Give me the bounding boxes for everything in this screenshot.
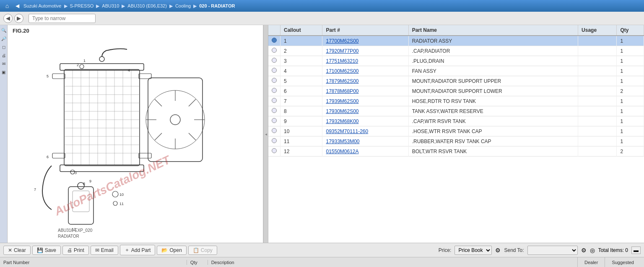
price-select[interactable]: Price Book [454, 246, 492, 255]
svg-point-34 [170, 115, 180, 125]
prev-arrow[interactable]: ◀ [3, 14, 13, 23]
col-callout: Callout [280, 25, 322, 36]
row-select-indicator[interactable] [272, 138, 277, 143]
breadcrumb-abu310-e06[interactable]: ABU310 (E06,E32) [127, 3, 167, 8]
cell-usage [578, 66, 617, 76]
row-select-indicator[interactable] [272, 78, 277, 83]
cell-callout: 4 [280, 66, 322, 76]
gear-settings-icon[interactable]: ⚙ [495, 247, 501, 254]
cell-part-number: 17700M62S00 [322, 36, 408, 46]
svg-text:4: 4 [128, 68, 130, 72]
table-row[interactable]: 717939M62S00HOSE,RDTR TO RSV TANK1 [268, 96, 644, 106]
add-part-button[interactable]: ＋ Add Part [120, 245, 156, 255]
cell-qty: 1 [617, 116, 644, 126]
cell-part-name: TANK ASSY,WATER RESERVE [408, 106, 578, 116]
cell-qty: 1 [617, 76, 644, 86]
cell-part-number-link[interactable]: 17932M68K00 [326, 118, 358, 124]
search-input[interactable] [29, 14, 96, 23]
row-select-indicator[interactable] [272, 68, 277, 73]
cell-part-number-link[interactable]: 17939M62S00 [326, 98, 358, 104]
cell-part-number: 09352M70111-260 [322, 126, 408, 136]
cell-part-number-link[interactable]: 09352M70111-260 [326, 128, 368, 134]
cell-part-number-link[interactable]: 17933M53M00 [326, 139, 359, 144]
collapse-handle[interactable]: ◂ [263, 25, 268, 243]
svg-text:7: 7 [34, 187, 36, 192]
table-row[interactable]: 1117933M53M00.RUBBER,WATER RSV TANK CAP1 [268, 136, 644, 146]
home-icon[interactable]: ⌂ [3, 2, 11, 10]
toolbar-resize-icon[interactable]: ▬ [631, 246, 641, 254]
row-select-indicator[interactable] [272, 88, 277, 93]
svg-point-30 [70, 170, 75, 174]
table-row[interactable]: 817930M62S00TANK ASSY,WATER RESERVE1 [268, 106, 644, 116]
open-button[interactable]: 📂 Open [157, 246, 186, 255]
sidebar-zoom-out[interactable]: 🔎 [0, 35, 7, 42]
table-row[interactable]: 217920M77P00.CAP,RADIATOR1 [268, 46, 644, 56]
breadcrumb-cooling[interactable]: Cooling [175, 3, 191, 8]
table-row[interactable]: 617878M68P00MOUNT,RADIATOR SUPPORT LOWER… [268, 86, 644, 96]
svg-text:8: 8 [83, 182, 85, 186]
table-row[interactable]: 917932M68K00.CAP,WTR RSVR TANK1 [268, 116, 644, 126]
cell-part-name: RADIATOR ASSY [408, 36, 578, 46]
table-row[interactable]: 417100M62S00FAN ASSY1 [268, 66, 644, 76]
row-select-indicator[interactable] [272, 128, 277, 133]
save-icon: 💾 [37, 247, 43, 253]
toolbar: ✕ Clear 💾 Save 🖨 Print ✉ Email ＋ Add Par… [0, 243, 644, 257]
row-select-indicator[interactable] [272, 98, 277, 103]
sidebar-zoom-in[interactable]: 🔍 [0, 27, 7, 33]
cell-part-number: 17939M62S00 [322, 96, 408, 106]
status-bar: Part Number Qty Description Dealer Sugge… [0, 257, 644, 267]
send-to-gear-icon[interactable]: ⚙ [581, 247, 587, 254]
cell-part-number-link[interactable]: 17751M63210 [326, 58, 358, 64]
svg-text:11: 11 [119, 202, 124, 206]
clear-icon: ✕ [8, 247, 12, 253]
breadcrumb-abu310[interactable]: ABU310 [102, 3, 119, 8]
sidebar-select[interactable]: ◻ [0, 44, 7, 50]
status-qty: Qty [187, 260, 208, 265]
breadcrumb-radiator[interactable]: 020 - RADIATOR [199, 3, 235, 8]
send-to-label: Send To: [504, 247, 524, 253]
cell-part-name: MOUNT,RADIATOR SUPPORT UPPER [408, 76, 578, 86]
clear-button[interactable]: ✕ Clear [3, 246, 31, 255]
print-button[interactable]: 🖨 Print [62, 246, 89, 255]
row-select-indicator[interactable] [272, 38, 277, 43]
send-to-action-icon[interactable]: ◎ [590, 247, 595, 254]
row-select-indicator[interactable] [272, 48, 277, 53]
row-select-indicator[interactable] [272, 108, 277, 113]
cell-callout: 2 [280, 46, 322, 56]
copy-button[interactable]: 📋 Copy [188, 246, 217, 255]
cell-part-name: .RUBBER,WATER RSV TANK CAP [408, 136, 578, 146]
cell-qty: 1 [617, 66, 644, 76]
row-select-indicator[interactable] [272, 148, 277, 153]
cell-part-name: .PLUG,DRAIN [408, 56, 578, 66]
cell-part-number-link[interactable]: 17879M62S00 [326, 78, 358, 84]
cell-part-number-link[interactable]: 17700M62S00 [326, 38, 358, 44]
row-select-indicator[interactable] [272, 118, 277, 123]
sidebar-print[interactable]: 🖨 [0, 52, 7, 59]
breadcrumb-suzuki[interactable]: Suzuki Automotive [23, 3, 62, 8]
next-arrow[interactable]: ▶ [14, 14, 23, 23]
table-row[interactable]: 1009352M70111-260.HOSE,WTR RSVR TANK CAP… [268, 126, 644, 136]
cell-part-number: 17930M62S00 [322, 106, 408, 116]
sidebar-email[interactable]: ✉ [0, 60, 7, 67]
table-row[interactable]: 517879M62S00MOUNT,RADIATOR SUPPORT UPPER… [268, 76, 644, 86]
row-select-indicator[interactable] [272, 58, 277, 63]
status-suggested: Suggested [605, 257, 641, 267]
table-row[interactable]: 1201550M0612ABOLT,WTR RSVR TANK2 [268, 146, 644, 157]
cell-part-number-link[interactable]: 17930M62S00 [326, 108, 358, 114]
col-sel [268, 25, 280, 36]
cell-qty: 2 [617, 86, 644, 96]
breadcrumb-spresso[interactable]: S-PRESSO [70, 3, 94, 8]
sidebar-extra[interactable]: ▣ [0, 69, 7, 75]
send-to-select[interactable] [527, 246, 578, 255]
back-nav-icon[interactable]: ◀ [13, 2, 21, 10]
table-row[interactable]: 317751M63210.PLUG,DRAIN1 [268, 56, 644, 66]
table-row[interactable]: 117700M62S00RADIATOR ASSY1 [268, 36, 644, 46]
cell-usage [578, 116, 617, 126]
email-button[interactable]: ✉ Email [91, 246, 118, 255]
save-button[interactable]: 💾 Save [32, 246, 61, 255]
cell-part-number-link[interactable]: 01550M0612A [326, 149, 358, 154]
cell-part-number-link[interactable]: 17878M68P00 [326, 88, 358, 94]
cell-part-number-link[interactable]: 17100M62S00 [326, 68, 358, 74]
cell-part-number-link[interactable]: 17920M77P00 [326, 48, 358, 54]
cell-usage [578, 146, 617, 157]
